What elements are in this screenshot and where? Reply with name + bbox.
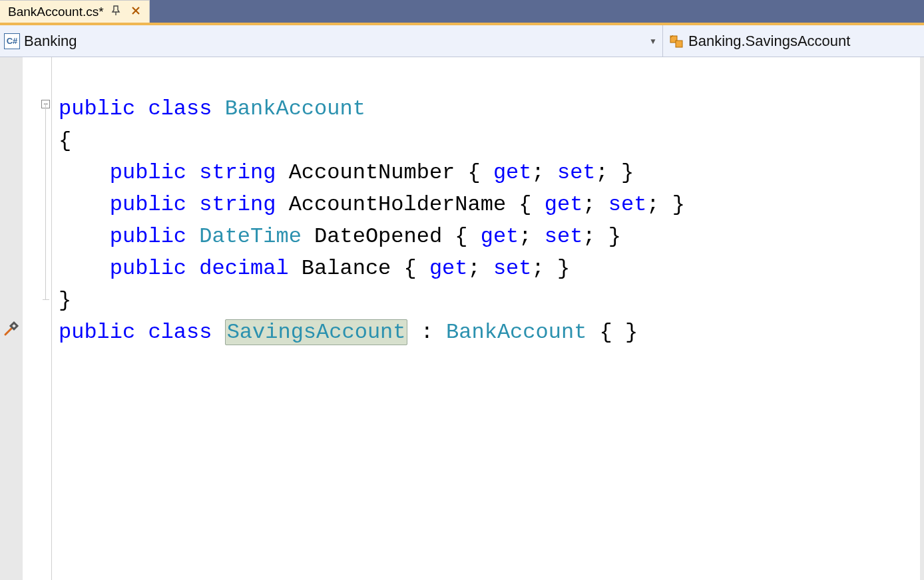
navigation-bar: C# Banking ▼ Banking.SavingsAccount xyxy=(0,25,924,57)
tab-strip: BankAccount.cs* xyxy=(0,0,924,25)
tab-title: BankAccount.cs* xyxy=(8,5,104,19)
type-name-highlighted: SavingsAccount xyxy=(225,319,408,345)
punct: ; } xyxy=(532,256,571,281)
namespace-dropdown[interactable]: C# Banking ▼ xyxy=(0,25,663,57)
brace-open: { xyxy=(59,128,71,153)
punct: ; } xyxy=(646,192,685,217)
type-keyword: string xyxy=(199,192,276,217)
keyword-get: get xyxy=(493,160,532,185)
type-keyword: decimal xyxy=(199,256,288,281)
chevron-down-icon: ▼ xyxy=(649,37,657,46)
keyword-set: set xyxy=(493,256,532,281)
code-editor[interactable]: − public class BankAccount { public stri… xyxy=(0,57,924,580)
keyword-class: class xyxy=(148,320,212,345)
file-tab-active[interactable]: BankAccount.cs* xyxy=(0,0,150,23)
property-name: Balance xyxy=(302,256,391,281)
empty-body: { } xyxy=(600,320,638,345)
outline-margin: − xyxy=(23,57,52,580)
punct: ; } xyxy=(596,160,634,185)
punct: ; } xyxy=(582,224,621,249)
type-name: BankAccount xyxy=(225,96,365,121)
punct: ; xyxy=(532,160,557,185)
type-name: DateTime xyxy=(199,224,302,249)
keyword-set: set xyxy=(557,160,596,185)
code-text[interactable]: public class BankAccount { public string… xyxy=(52,57,924,580)
punct: { xyxy=(403,256,429,281)
csharp-icon: C# xyxy=(4,33,20,49)
property-name: AccountHolderName xyxy=(289,192,506,217)
punct: { xyxy=(519,192,544,217)
punct: ; xyxy=(468,256,493,281)
keyword-set: set xyxy=(608,192,647,217)
class-icon xyxy=(668,33,684,49)
punct: { xyxy=(468,160,493,185)
type-dropdown[interactable]: Banking.SavingsAccount xyxy=(663,25,924,57)
fold-guide-line xyxy=(45,104,46,299)
brace-close: } xyxy=(59,288,71,313)
punct: { xyxy=(455,224,480,249)
fold-guide-end xyxy=(43,299,49,300)
keyword: public xyxy=(110,192,186,217)
keyword-get: get xyxy=(481,224,519,249)
keyword-set: set xyxy=(545,224,583,249)
punct: ; xyxy=(519,224,544,249)
colon: : xyxy=(421,320,433,345)
quick-actions-icon[interactable] xyxy=(3,321,19,337)
keyword: public xyxy=(110,256,186,281)
keyword-get: get xyxy=(545,192,583,217)
close-icon[interactable] xyxy=(128,4,144,19)
keyword: public xyxy=(110,160,186,185)
keyword-public: public xyxy=(59,96,135,121)
keyword: public xyxy=(110,224,186,249)
type-label: Banking.SavingsAccount xyxy=(688,33,850,50)
punct: ; xyxy=(582,192,608,217)
svg-rect-1 xyxy=(676,41,682,47)
property-name: DateOpened xyxy=(314,224,442,249)
indicator-margin xyxy=(0,57,23,580)
namespace-label: Banking xyxy=(24,33,77,50)
pin-icon[interactable] xyxy=(111,5,121,19)
keyword-get: get xyxy=(429,256,468,281)
scrollbar-track[interactable] xyxy=(920,57,924,580)
type-keyword: string xyxy=(199,160,276,185)
property-name: AccountNumber xyxy=(289,160,455,185)
base-type-name: BankAccount xyxy=(446,320,586,345)
keyword-class: class xyxy=(148,96,212,121)
keyword-public: public xyxy=(59,320,135,345)
